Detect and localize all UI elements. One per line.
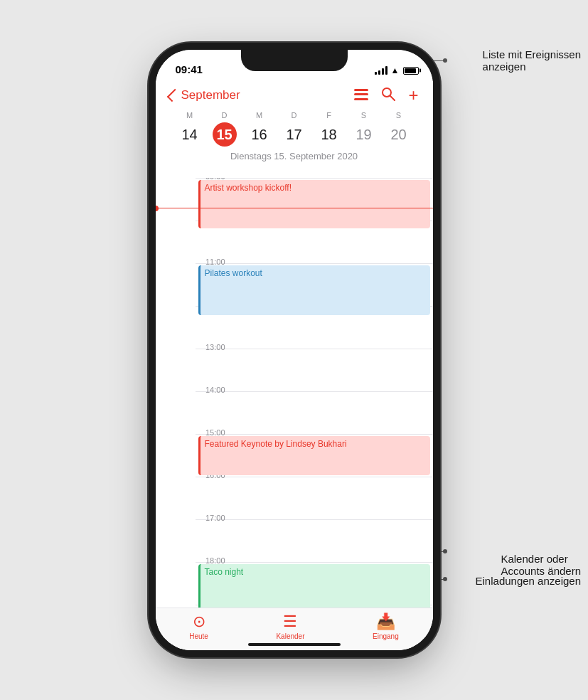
week-row: M 14 D 15 M 16 D 17 bbox=[170, 111, 419, 147]
tab-eingang-icon: 📥 bbox=[376, 612, 395, 631]
event-title: Taco night bbox=[205, 567, 244, 577]
event-artist-workshop[interactable]: Artist workshop kickoff! bbox=[198, 180, 430, 228]
list-view-button[interactable] bbox=[354, 89, 368, 102]
annotation-list-events: Liste mit Ereignissen anzeigen bbox=[483, 48, 581, 73]
day-letter-tue: D bbox=[222, 111, 228, 120]
day-col-wed[interactable]: M 16 bbox=[242, 111, 277, 147]
annotation-calendar-accounts: Kalender oder Accounts ändern bbox=[501, 541, 581, 577]
event-title: Pilates workout bbox=[205, 268, 262, 278]
day-col-sun[interactable]: S 20 bbox=[382, 111, 416, 147]
tab-heute-label: Heute bbox=[189, 632, 208, 640]
month-label: September bbox=[181, 88, 240, 102]
status-time: 09:41 bbox=[176, 63, 203, 75]
annotation-invitations: Einladungen anzeigen bbox=[476, 575, 581, 587]
time-label-17: 17:00 bbox=[196, 514, 231, 522]
battery-icon bbox=[403, 67, 419, 75]
home-indicator bbox=[248, 643, 341, 646]
tab-kalender[interactable]: ☰ Kalender bbox=[276, 612, 304, 640]
svg-line-4 bbox=[390, 96, 395, 100]
tab-heute[interactable]: ⊙ Heute bbox=[189, 612, 208, 640]
day-letter-mon: M bbox=[186, 111, 193, 120]
svg-rect-1 bbox=[354, 93, 368, 95]
phone: 09:41 ▲ bbox=[156, 50, 433, 650]
search-button[interactable] bbox=[381, 87, 395, 104]
day-number-mon: 14 bbox=[178, 122, 202, 147]
day-col-sat[interactable]: S 19 bbox=[347, 111, 381, 147]
day-number-thu: 17 bbox=[282, 122, 306, 147]
nav-icons: + bbox=[354, 87, 418, 104]
time-label-13: 13:00 bbox=[196, 343, 231, 351]
day-number-sat: 19 bbox=[352, 122, 376, 147]
tab-kalender-label: Kalender bbox=[276, 632, 304, 640]
status-icons: ▲ bbox=[375, 65, 419, 75]
svg-rect-0 bbox=[354, 89, 368, 91]
tab-heute-icon: ⊙ bbox=[193, 612, 205, 631]
time-row-15: 15:00 Featured Keynote by Lindsey Bukhar… bbox=[196, 434, 433, 477]
tab-eingang[interactable]: 📥 Eingang bbox=[373, 612, 399, 640]
time-row-17: 17:00 bbox=[196, 519, 433, 562]
day-number-tue: 15 bbox=[213, 122, 237, 147]
current-time-dot bbox=[156, 206, 159, 211]
event-keynote[interactable]: Featured Keynote by Lindsey Bukhari bbox=[198, 436, 430, 475]
notch bbox=[241, 50, 348, 71]
time-label-14: 14:00 bbox=[196, 386, 231, 394]
day-letter-sat: S bbox=[361, 111, 366, 120]
day-number-fri: 18 bbox=[317, 122, 341, 147]
day-letter-sun: S bbox=[396, 111, 401, 120]
day-letter-thu: D bbox=[292, 111, 297, 120]
wifi-icon: ▲ bbox=[391, 65, 400, 75]
event-taco-night[interactable]: Taco night bbox=[198, 564, 430, 608]
day-letter-wed: M bbox=[256, 111, 262, 120]
tab-kalender-icon: ☰ bbox=[283, 612, 297, 631]
svg-point-3 bbox=[383, 88, 391, 97]
calendar-nav: September bbox=[170, 87, 419, 104]
tab-eingang-label: Eingang bbox=[373, 632, 399, 640]
time-grid: 09:00 Artist workshop kickoff! 09:41 bbox=[156, 178, 433, 608]
event-title: Artist workshop kickoff! bbox=[205, 183, 292, 193]
scene: Liste mit Ereignissen anzeigen Kalender … bbox=[0, 0, 588, 700]
day-number-wed: 16 bbox=[247, 122, 272, 147]
day-col-mon[interactable]: M 14 bbox=[173, 111, 207, 147]
current-time-line: 09:41 bbox=[156, 208, 433, 208]
add-event-button[interactable]: + bbox=[408, 88, 418, 102]
date-label: Dienstags 15. September 2020 bbox=[170, 151, 419, 164]
event-title: Featured Keynote by Lindsey Bukhari bbox=[205, 439, 347, 449]
time-row-11: 11:00 Pilates workout bbox=[196, 263, 433, 306]
day-letter-fri: F bbox=[326, 111, 331, 120]
day-col-thu[interactable]: D 17 bbox=[277, 111, 311, 147]
svg-rect-2 bbox=[354, 98, 368, 100]
day-number-sun: 20 bbox=[387, 122, 411, 147]
back-button[interactable]: September bbox=[170, 88, 240, 102]
calendar-body[interactable]: 09:00 Artist workshop kickoff! 09:41 bbox=[156, 178, 433, 608]
signal-bars-icon bbox=[375, 66, 387, 75]
time-row-16: 16:00 bbox=[196, 477, 433, 519]
day-col-fri[interactable]: F 18 bbox=[312, 111, 346, 147]
time-row-14: 14:00 bbox=[196, 391, 433, 434]
chevron-left-icon bbox=[166, 89, 179, 102]
time-row-13: 13:00 bbox=[196, 349, 433, 391]
day-col-tue[interactable]: D 15 bbox=[208, 111, 242, 147]
time-row-18: 18:00 Taco night bbox=[196, 562, 433, 605]
calendar-header: September bbox=[156, 81, 433, 169]
event-pilates[interactable]: Pilates workout bbox=[198, 265, 430, 315]
time-row-9: 09:00 Artist workshop kickoff! 09:41 bbox=[196, 178, 433, 221]
